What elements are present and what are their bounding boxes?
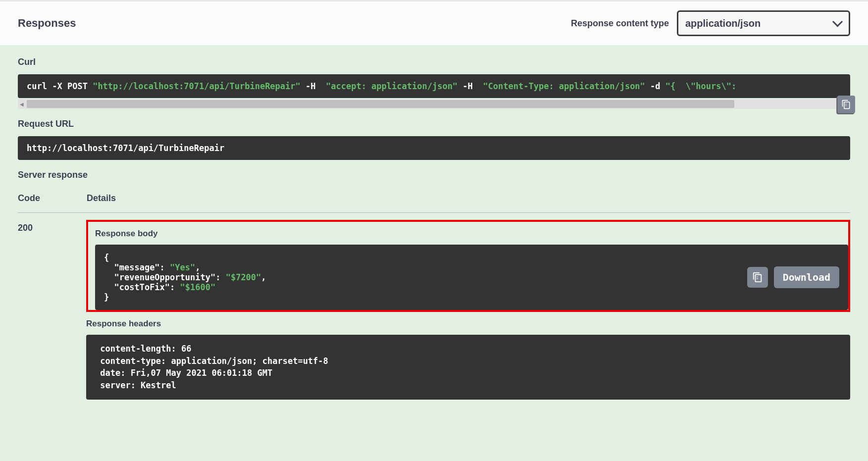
response-body-highlight: Response body { "message": "Yes", "reven… [86,220,850,312]
json-brace-close: } [104,292,109,302]
curl-command: curl -X POST "http://localhost:7071/api/… [18,74,850,98]
response-body-block: { "message": "Yes", "revenueOpportunity"… [95,245,848,310]
server-response-label: Server response [18,170,850,180]
json-colon: : [160,262,170,272]
curl-token-ctype: "Content-Type: application/json" [483,81,645,91]
json-key-cost: "costToFix" [114,282,170,292]
content-type-select-wrap: application/json [677,10,850,36]
curl-token-h1: -H [306,81,315,91]
col-details: Details [87,193,116,204]
json-val-revenue: "$7200" [226,272,261,282]
curl-token-h2: -H [462,81,472,91]
col-code: Code [18,193,40,204]
request-url-value: http://localhost:7071/api/TurbineRepair [18,136,850,160]
response-headers-label: Response headers [86,319,850,329]
clipboard-icon [841,100,851,109]
curl-token-d: -d [650,81,660,91]
download-button[interactable]: Download [774,266,839,288]
request-url-label: Request URL [18,119,850,129]
curl-block-wrap: curl -X POST "http://localhost:7071/api/… [18,74,850,109]
json-key-revenue: "revenueOpportunity" [114,272,215,282]
response-body-actions: Download [747,266,839,288]
json-brace-open: { [104,253,109,262]
copy-curl-button[interactable] [837,96,855,113]
curl-token-cmd: curl [27,81,47,91]
json-val-cost: "$1600" [180,282,216,292]
response-details: Response body { "message": "Yes", "reven… [86,223,850,400]
response-table-header: Code Details [18,193,850,204]
json-comma: , [261,272,266,282]
response-code: 200 [18,223,40,233]
curl-token-accept: "accept: application/json" [326,81,458,91]
responses-header-bar: Responses Response content type applicat… [0,0,868,45]
json-comma: , [195,262,200,272]
response-body-json: { "message": "Yes", "revenueOpportunity"… [104,253,266,302]
json-colon: : [215,272,225,282]
curl-label: Curl [18,57,850,67]
response-body-label: Response body [95,229,841,239]
responses-title: Responses [18,17,76,30]
curl-token-url: "http://localhost:7071/api/TurbineRepair… [93,81,301,91]
content-type-label: Response content type [571,18,669,29]
curl-scrollbar[interactable]: ◀ [18,99,850,109]
divider [18,212,850,213]
curl-token-method: POST [67,81,88,91]
curl-token-flagx: -X [52,81,62,91]
curl-token-body: "{ \"hours\": [665,81,736,91]
content-type-group: Response content type application/json [571,10,850,36]
json-val-message: "Yes" [170,262,195,272]
copy-response-body-button[interactable] [747,267,768,288]
scrollbar-left-arrow-icon[interactable]: ◀ [18,102,26,107]
json-colon: : [170,282,180,292]
json-key-message: "message" [114,262,159,272]
content-type-select[interactable]: application/json [677,10,850,36]
clipboard-icon [752,272,763,283]
response-row: 200 Response body { "message": "Yes", "r… [18,223,850,400]
response-headers-block: content-length: 66 content-type: applica… [86,335,850,400]
scrollbar-thumb[interactable] [27,100,734,108]
